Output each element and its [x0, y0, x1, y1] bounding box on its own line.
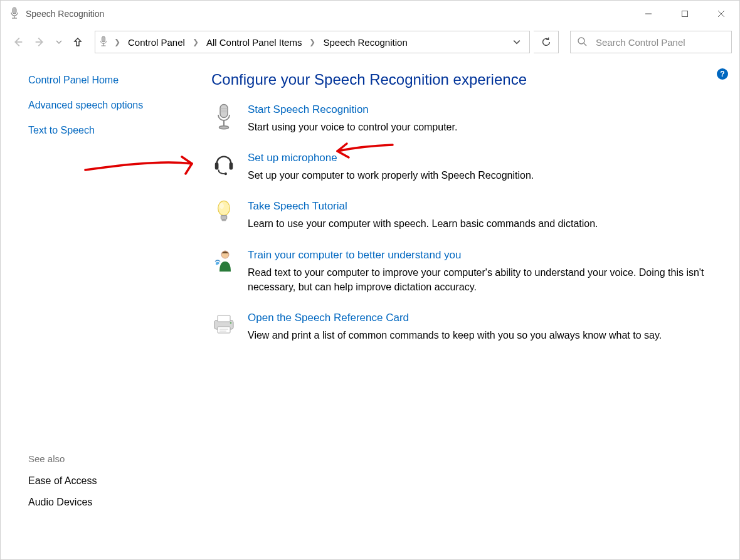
svg-rect-9: [102, 36, 105, 42]
address-bar[interactable]: ❯ Control Panel ❯ All Control Panel Item…: [95, 31, 530, 53]
link-speech-tutorial[interactable]: Take Speech Tutorial: [248, 200, 347, 212]
item-speech-tutorial: Take Speech Tutorial Learn to use your c…: [211, 200, 721, 231]
close-button[interactable]: [703, 1, 739, 27]
svg-rect-30: [218, 327, 230, 333]
back-button[interactable]: [8, 33, 27, 51]
microphone-icon: [211, 103, 236, 134]
item-reference-card: Open the Speech Reference Card View and …: [211, 312, 721, 342]
chevron-right-icon[interactable]: ❯: [309, 38, 315, 46]
link-start-speech-recognition[interactable]: Start Speech Recognition: [248, 103, 369, 115]
sidebar-link-home[interactable]: Control Panel Home: [28, 75, 189, 86]
sidebar: Control Panel Home Advanced speech optio…: [1, 57, 189, 559]
svg-point-22: [225, 172, 227, 175]
svg-point-19: [219, 126, 229, 129]
toolbar: ❯ Control Panel ❯ All Control Panel Item…: [1, 27, 739, 57]
chevron-right-icon[interactable]: ❯: [193, 38, 199, 46]
svg-rect-26: [222, 219, 226, 221]
item-description: Set up your computer to work properly wi…: [248, 168, 708, 182]
svg-point-12: [578, 38, 584, 44]
microphone-icon: [9, 7, 19, 21]
svg-rect-14: [220, 105, 228, 118]
breadcrumb-item[interactable]: Speech Recognition: [322, 36, 408, 49]
item-description: Learn to use your computer with speech. …: [248, 216, 708, 231]
item-description: Read text to your computer to improve yo…: [248, 265, 708, 294]
main-content: Configure your Speech Recognition experi…: [189, 57, 739, 559]
item-setup-microphone: Set up microphone Set up your computer t…: [211, 152, 721, 182]
svg-rect-21: [230, 162, 233, 169]
svg-line-13: [584, 43, 586, 46]
breadcrumb-item[interactable]: All Control Panel Items: [205, 36, 304, 49]
up-button[interactable]: [68, 33, 87, 51]
item-train-computer: Train your computer to better understand…: [211, 249, 721, 294]
printer-icon: [211, 312, 236, 342]
svg-point-24: [219, 203, 224, 209]
svg-point-31: [230, 322, 232, 324]
sidebar-link-tts[interactable]: Text to Speech: [28, 125, 189, 136]
svg-point-23: [218, 201, 230, 216]
maximize-button[interactable]: [667, 1, 703, 27]
svg-rect-0: [13, 8, 16, 14]
headset-icon: [211, 152, 236, 182]
title-bar: Speech Recognition: [1, 1, 739, 27]
link-train-computer[interactable]: Train your computer to better understand…: [248, 249, 462, 261]
see-also-ease-of-access[interactable]: Ease of Access: [28, 475, 189, 487]
svg-rect-25: [221, 216, 226, 219]
microphone-icon: [99, 36, 108, 49]
page-heading: Configure your Speech Recognition experi…: [211, 71, 721, 88]
chevron-right-icon[interactable]: ❯: [114, 38, 120, 46]
sidebar-link-advanced[interactable]: Advanced speech options: [28, 100, 189, 111]
forward-button[interactable]: [31, 33, 50, 51]
lightbulb-icon: [211, 200, 236, 231]
item-description: Start using your voice to control your c…: [248, 120, 708, 134]
refresh-button[interactable]: [534, 31, 559, 53]
svg-rect-4: [682, 11, 688, 17]
see-also-heading: See also: [28, 453, 189, 464]
svg-rect-20: [215, 162, 219, 169]
search-input[interactable]: [595, 36, 725, 48]
person-icon: [211, 249, 236, 294]
address-bar-dropdown[interactable]: [508, 38, 526, 46]
link-reference-card[interactable]: Open the Speech Reference Card: [248, 312, 409, 324]
link-setup-microphone[interactable]: Set up microphone: [248, 152, 337, 164]
item-start-speech-recognition: Start Speech Recognition Start using you…: [211, 103, 721, 134]
see-also-audio-devices[interactable]: Audio Devices: [28, 497, 189, 508]
item-description: View and print a list of common commands…: [248, 328, 708, 342]
svg-rect-29: [218, 315, 230, 322]
breadcrumb-item[interactable]: Control Panel: [127, 36, 186, 49]
search-icon: [577, 36, 587, 48]
window-title: Speech Recognition: [26, 9, 104, 19]
search-box[interactable]: [570, 31, 732, 53]
minimize-button[interactable]: [630, 1, 667, 27]
recent-locations-dropdown[interactable]: [53, 33, 65, 51]
